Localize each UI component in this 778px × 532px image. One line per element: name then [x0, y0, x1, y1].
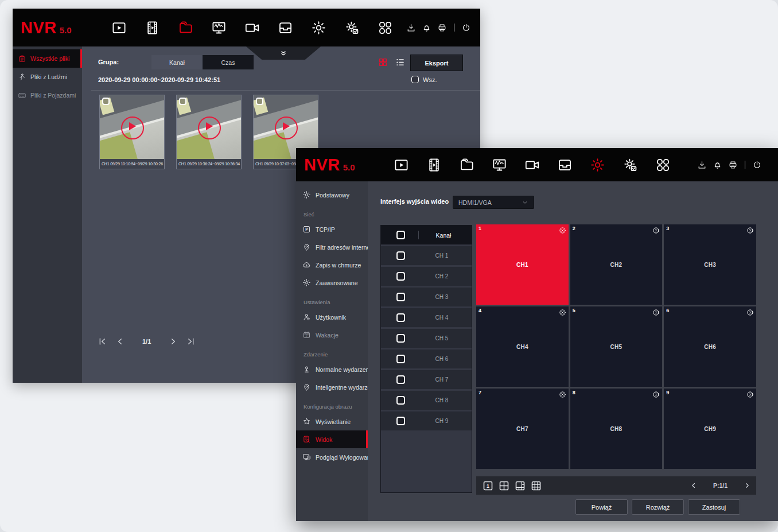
- download-button[interactable]: [406, 23, 416, 33]
- channel-row-ch-2[interactable]: CH 2: [381, 267, 472, 286]
- grid-cell-ch8[interactable]: 8 CH8: [570, 389, 663, 469]
- grid-cell-ch2[interactable]: 2 CH2: [570, 224, 663, 305]
- channel-checkbox[interactable]: [396, 272, 405, 281]
- select-all-checkbox[interactable]: [411, 76, 419, 83]
- channel-checkbox[interactable]: [396, 293, 405, 301]
- folder-nav-button[interactable]: [178, 20, 193, 36]
- sidebar-item-wszystkie-pliki[interactable]: Wszystkie pliki: [13, 49, 82, 68]
- layout-single-icon[interactable]: 1: [482, 480, 494, 492]
- channel-row-ch-3[interactable]: CH 3: [381, 288, 472, 306]
- layout-quad-icon[interactable]: [498, 480, 510, 492]
- group-by-time-button[interactable]: Czas: [203, 55, 254, 69]
- file-checkbox[interactable]: [179, 98, 186, 105]
- power-button[interactable]: [752, 160, 762, 170]
- sidebar-item-uzytkownik[interactable]: Użytkownik: [296, 308, 368, 326]
- first-page-icon[interactable]: [98, 337, 107, 346]
- sidebar-item-tcp-ip[interactable]: PTCP/IP: [296, 220, 368, 238]
- last-page-icon[interactable]: [186, 337, 196, 346]
- play-nav-button[interactable]: [111, 20, 127, 36]
- previous-page-icon[interactable]: [115, 337, 125, 346]
- sidebar-item-filtr-adresow-internet[interactable]: Filtr adresów internet...: [296, 238, 368, 256]
- apps-grid-nav-button[interactable]: [378, 20, 393, 36]
- grid-next-page-icon[interactable]: [744, 482, 750, 489]
- download-button[interactable]: [697, 160, 707, 170]
- layout-grid9-icon[interactable]: [530, 480, 542, 492]
- channel-row-ch-7[interactable]: CH 7: [381, 370, 472, 389]
- monitor-wave-nav-button[interactable]: [211, 20, 227, 36]
- play-overlay-icon[interactable]: [198, 117, 221, 139]
- sidebar-item-inteligentne-wydarze[interactable]: Inteligentne wydarze...: [296, 378, 368, 396]
- next-page-icon[interactable]: [169, 337, 178, 346]
- sidebar-item-podglad-wylogowania[interactable]: Podgląd Wylogowania: [296, 448, 368, 466]
- channel-row-ch-5[interactable]: CH 5: [381, 329, 472, 348]
- camera-nav-button[interactable]: [524, 157, 540, 173]
- sidebar-item-pliki-z-pojazdami[interactable]: Pliki z Pojazdami: [13, 86, 82, 104]
- zastosuj-button[interactable]: Zastosuj: [688, 499, 740, 515]
- channel-checkbox[interactable]: [396, 375, 405, 384]
- bell-button[interactable]: [713, 160, 722, 170]
- printer-button[interactable]: [728, 160, 738, 170]
- maintenance-gear-nav-button[interactable]: [344, 20, 360, 36]
- grid-cell-ch1[interactable]: 1 CH1: [476, 224, 569, 305]
- channel-row-ch-1[interactable]: CH 1: [381, 246, 472, 265]
- grid-cell-ch9[interactable]: 9 CH9: [664, 389, 756, 469]
- collapse-panel-tab[interactable]: [246, 46, 321, 60]
- tray-nav-button[interactable]: [278, 20, 293, 36]
- select-all-channels-checkbox[interactable]: [396, 231, 405, 239]
- file-thumbnail[interactable]: CH1 09/29 10:10:54~09/29 10:30:26: [99, 95, 165, 169]
- sidebar-item-widok[interactable]: Widok: [296, 430, 368, 448]
- sidebar-item-zapis-w-chmurze[interactable]: Zapis w chmurze: [296, 256, 368, 274]
- sidebar-item-podstawowy[interactable]: Podstawowy: [296, 186, 368, 204]
- channel-row-ch-4[interactable]: CH 4: [381, 308, 472, 327]
- sidebar-item-wakacje[interactable]: 7Wakacje: [296, 326, 368, 344]
- printer-button[interactable]: [437, 23, 447, 33]
- grid-cell-ch7[interactable]: 7 CH7: [476, 389, 569, 469]
- playback-nav-button[interactable]: [426, 157, 442, 173]
- grid-prev-page-icon[interactable]: [690, 482, 697, 489]
- bell-button[interactable]: [422, 23, 431, 33]
- monitor-wave-nav-button[interactable]: [492, 157, 507, 173]
- sidebar-item-zaawansowane[interactable]: Zaawansowane: [296, 274, 368, 292]
- play-nav-button[interactable]: [394, 157, 409, 173]
- play-overlay-icon[interactable]: [121, 117, 144, 139]
- channel-row-ch-9[interactable]: CH 9: [381, 411, 472, 430]
- tray-nav-button[interactable]: [557, 157, 573, 173]
- channel-row-ch-8[interactable]: CH 8: [381, 391, 472, 410]
- file-checkbox[interactable]: [102, 98, 110, 105]
- apps-grid-nav-button[interactable]: [655, 157, 671, 173]
- channel-checkbox[interactable]: [396, 313, 405, 322]
- export-button[interactable]: Eksport: [410, 55, 463, 71]
- channel-row-ch-6[interactable]: CH 6: [381, 350, 472, 368]
- grid-cell-ch3[interactable]: 3 CH3: [664, 224, 756, 305]
- channel-checkbox[interactable]: [396, 417, 405, 425]
- grid-view-icon[interactable]: [378, 57, 388, 67]
- sidebar-item-wyswietlanie[interactable]: Wyświetlanie: [296, 413, 368, 430]
- power-button[interactable]: [461, 23, 471, 33]
- tray-icon: [557, 157, 573, 173]
- grid-cell-ch6[interactable]: 6 CH6: [664, 306, 756, 387]
- file-checkbox[interactable]: [256, 98, 263, 105]
- sidebar-item-normalne-wydarzenie[interactable]: Normalne wydarzenie: [296, 360, 368, 378]
- play-overlay-icon[interactable]: [275, 117, 298, 139]
- folder-nav-button[interactable]: [459, 157, 474, 173]
- grid-cell-ch5[interactable]: 5 CH5: [570, 306, 663, 387]
- video-output-value: HDMI1/VGA: [458, 199, 492, 206]
- rozwiaz-button[interactable]: Rozwiąż: [632, 499, 684, 515]
- sidebar-item-pliki-z-ludzmi[interactable]: Pliki z Ludźmi: [13, 68, 82, 86]
- file-thumbnail[interactable]: CH1 09/29 10:36:24~09/29 10:36:34: [176, 95, 242, 169]
- layout-mixed-icon[interactable]: [514, 480, 526, 492]
- group-by-channel-button[interactable]: Kanał: [151, 55, 203, 69]
- powiaz-button[interactable]: Powiąż: [575, 499, 628, 515]
- channel-checkbox[interactable]: [396, 355, 405, 363]
- list-view-icon[interactable]: [395, 57, 405, 67]
- grid-cell-ch4[interactable]: 4 CH4: [476, 306, 569, 387]
- video-output-select[interactable]: HDMI1/VGA: [453, 196, 534, 209]
- settings-gear-nav-button[interactable]: [311, 20, 326, 36]
- maintenance-gear-nav-button[interactable]: [623, 157, 638, 173]
- playback-nav-button[interactable]: [145, 20, 160, 36]
- channel-checkbox[interactable]: [396, 334, 405, 343]
- settings-gear-nav-button[interactable]: [590, 157, 605, 173]
- channel-checkbox[interactable]: [396, 396, 405, 405]
- camera-nav-button[interactable]: [244, 20, 260, 36]
- channel-checkbox[interactable]: [396, 251, 405, 260]
